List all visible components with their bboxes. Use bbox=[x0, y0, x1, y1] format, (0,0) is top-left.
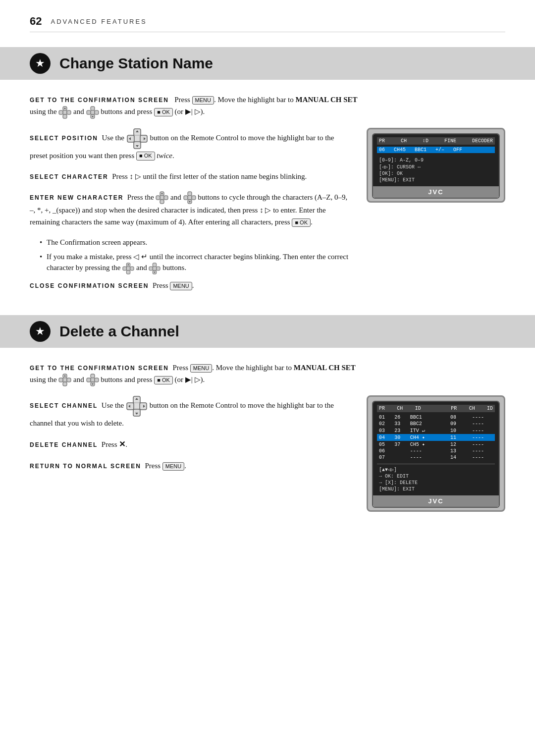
svg-rect-54 bbox=[87, 378, 91, 382]
section2-title: Delete a Channel bbox=[59, 323, 179, 340]
section1-label-select-pos: SELECT POSITION bbox=[30, 135, 98, 142]
svg-rect-49 bbox=[67, 378, 71, 382]
svg-rect-3 bbox=[59, 110, 63, 114]
bullet-item-1: The Confirmation screen appears. bbox=[40, 237, 352, 248]
table-row: 06---- 13---- bbox=[377, 448, 495, 454]
svg-rect-39 bbox=[153, 263, 157, 267]
dpad-down-icon-1 bbox=[86, 106, 99, 119]
section2-label-get-screen: GET TO THE CONFIRMATION SCREEN bbox=[30, 365, 169, 372]
tv-header-row-1: PR CH ↕D FINE DECODER bbox=[377, 137, 495, 145]
svg-rect-25 bbox=[164, 196, 168, 200]
ok-button-1: ■ OK bbox=[154, 108, 173, 116]
tv-screen-2: PR CH ID PR CH ID bbox=[372, 401, 500, 508]
section1-label-select-char: SELECT CHARACTER bbox=[30, 173, 108, 180]
menu-button-1: MENU bbox=[192, 96, 214, 105]
svg-rect-43 bbox=[157, 267, 160, 270]
table-row-highlight: 0430CH4 ✦ 11---- bbox=[377, 434, 495, 441]
page-chapter: ADVANCED FEATURES bbox=[51, 18, 147, 25]
dpad-down-icon-3 bbox=[149, 263, 160, 274]
svg-rect-48 bbox=[59, 378, 63, 382]
table-row: 07---- 14---- bbox=[377, 454, 495, 461]
dpad-down-icon-2 bbox=[183, 191, 196, 204]
svg-rect-23 bbox=[160, 200, 164, 204]
section1-label-get-screen: GET TO THE CONFIRMATION SCREEN bbox=[30, 97, 169, 104]
section1-step-select-char: SELECT CHARACTER Press ↕ ▷ until the fir… bbox=[30, 170, 352, 182]
section1-bullets: The Confirmation screen appears. If you … bbox=[40, 237, 352, 274]
svg-rect-30 bbox=[184, 196, 188, 200]
svg-rect-1 bbox=[63, 110, 67, 114]
page-header: 62 ADVANCED FEATURES bbox=[30, 15, 505, 32]
section1-text-press1: Press bbox=[174, 96, 190, 104]
section2-label-return: RETURN TO NORMAL SCREEN bbox=[30, 463, 141, 470]
svg-rect-52 bbox=[91, 378, 95, 382]
section2-tv-screen: PR CH ID PR CH ID bbox=[367, 395, 505, 512]
tv-screen-inner-2: PR CH ID PR CH ID bbox=[373, 402, 499, 495]
table-row: 0537CH5 ✦ 12---- bbox=[377, 441, 495, 448]
tv-nav-hints-2: [▲▼◁▷] → OK: EDIT → [X]: DELETE [MENU]: … bbox=[377, 464, 495, 492]
page: 62 ADVANCED FEATURES ★ Change Station Na… bbox=[0, 0, 535, 756]
tv-screen-inner-1: PR CH ↕D FINE DECODER 06 CH45 BBC1 +/– O… bbox=[373, 134, 499, 186]
tv-brand-2: JVC bbox=[373, 495, 499, 507]
table-row: 0233BBC2 09---- bbox=[377, 421, 495, 427]
table-row: 0323ITV ↵ 10---- bbox=[377, 427, 495, 434]
svg-rect-4 bbox=[67, 110, 71, 114]
section2-content: GET TO THE CONFIRMATION SCREEN Press MEN… bbox=[30, 362, 505, 527]
ok-button-4: ■ OK bbox=[154, 376, 173, 384]
svg-rect-31 bbox=[192, 196, 196, 200]
section2-header: ★ Delete a Channel bbox=[0, 315, 535, 348]
channel-table: 0126BBC1 08---- 0233BBC2 09---- bbox=[377, 414, 495, 461]
dpad-up-icon-2 bbox=[156, 191, 168, 204]
svg-rect-22 bbox=[160, 196, 164, 200]
x-button: ✕ bbox=[119, 440, 125, 448]
section1-step-get-to-screen: GET TO THE CONFIRMATION SCREEN Press MEN… bbox=[30, 94, 505, 119]
section2-step-get-to-screen: GET TO THE CONFIRMATION SCREEN Press MEN… bbox=[30, 362, 505, 387]
svg-rect-47 bbox=[63, 382, 67, 386]
table-row: 0126BBC1 08---- bbox=[377, 414, 495, 421]
svg-rect-37 bbox=[130, 267, 134, 270]
dpad-up-icon-4 bbox=[58, 374, 71, 386]
section1-tv-screen: PR CH ↕D FINE DECODER 06 CH45 BBC1 +/– O… bbox=[367, 128, 505, 203]
section1-star-badge: ★ bbox=[30, 53, 51, 74]
section2-label-select-ch: SELECT CHANNEL bbox=[30, 403, 98, 410]
section1-text-col: SELECT POSITION Use the button on the Re bbox=[30, 128, 352, 300]
dpad-full-icon-1 bbox=[126, 128, 148, 150]
svg-rect-51 bbox=[91, 374, 95, 378]
section2-two-col: SELECT CHANNEL Use the button on the Rem bbox=[30, 395, 505, 512]
section1-step-enter-char: ENTER NEW CHARACTER Press the and bbox=[30, 191, 352, 228]
section2-step-delete-channel: DELETE CHANNEL Press ✕. bbox=[30, 438, 352, 451]
page-number: 62 bbox=[30, 15, 42, 28]
tv-outer-1: PR CH ↕D FINE DECODER 06 CH45 BBC1 +/– O… bbox=[367, 128, 505, 203]
section1-using-the: using the bbox=[30, 108, 58, 115]
dpad-down-icon-4 bbox=[86, 374, 99, 386]
svg-rect-24 bbox=[156, 196, 160, 200]
svg-rect-28 bbox=[188, 196, 192, 200]
section2-step-return-screen: RETURN TO NORMAL SCREEN Press MENU. bbox=[30, 460, 352, 472]
section2-star-icon: ★ bbox=[35, 326, 45, 337]
tv-header-row-2: PR CH ID PR CH ID bbox=[377, 405, 495, 412]
dpad-up-icon-3 bbox=[122, 263, 134, 274]
svg-rect-10 bbox=[95, 110, 99, 114]
tv-info-area-1: [0–9]: A-Z, 0–9 [◁▷]: CURSOR ↔ [OK]: OK … bbox=[377, 157, 495, 183]
section1-label-close-screen: CLOSE CONFIRMATION SCREEN bbox=[30, 282, 149, 289]
svg-rect-9 bbox=[87, 110, 91, 114]
svg-rect-42 bbox=[149, 267, 153, 270]
section2-step-select-channel: SELECT CHANNEL Use the button on the Rem bbox=[30, 395, 352, 429]
bullet-item-2: If you make a mistake, press ◁ ↵ until t… bbox=[40, 251, 352, 274]
menu-button-3: MENU bbox=[190, 364, 212, 373]
section1-label-enter-char: ENTER NEW CHARACTER bbox=[30, 194, 123, 201]
section1-star-icon: ★ bbox=[35, 58, 45, 69]
svg-rect-40 bbox=[153, 267, 157, 270]
section2-star-badge: ★ bbox=[30, 321, 51, 342]
ok-button-3: ■ OK bbox=[292, 218, 311, 227]
tv-outer-2: PR CH ID PR CH ID bbox=[367, 395, 505, 512]
svg-rect-2 bbox=[63, 114, 67, 118]
menu-button-2: MENU bbox=[170, 282, 192, 290]
dpad-up-icon-1 bbox=[58, 106, 71, 119]
svg-rect-36 bbox=[123, 267, 126, 270]
svg-rect-34 bbox=[127, 267, 130, 270]
ok-button-2: ■ OK bbox=[136, 152, 155, 160]
section1-manual-ch-set: MANUAL CH SET bbox=[296, 96, 358, 104]
section1-content: GET TO THE CONFIRMATION SCREEN Press MEN… bbox=[30, 94, 505, 315]
svg-rect-55 bbox=[95, 378, 99, 382]
tv-highlight-row-1: 06 CH45 BBC1 +/– OFF bbox=[377, 147, 495, 153]
